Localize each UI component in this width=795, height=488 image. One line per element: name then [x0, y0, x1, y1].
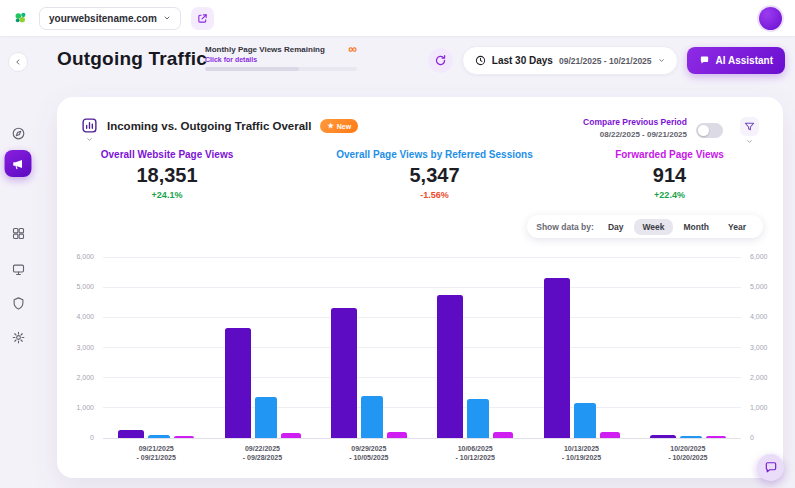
stat-label: Overall Website Page Views — [62, 149, 272, 160]
y-axis-tick-left: 4,000 — [76, 313, 94, 320]
support-chat-button[interactable] — [757, 454, 784, 481]
traffic-overview-card: Incoming vs. Outgoing Traffic Overall ★ … — [57, 97, 783, 478]
stat-label: Overall Page Views by Referred Sessions — [312, 149, 557, 160]
bar-referred — [148, 435, 170, 438]
page-title: Outgoing Traffic — [57, 48, 207, 70]
bar-website — [544, 278, 570, 438]
show-by-option-week[interactable]: Week — [634, 219, 672, 235]
sidebar-item-dashboard[interactable] — [6, 121, 30, 145]
compare-dates: 08/22/2025 - 09/21/2025 — [583, 130, 687, 139]
stat-label: Forwarded Page Views — [562, 149, 777, 160]
card-header: Incoming vs. Outgoing Traffic Overall ★ … — [81, 117, 358, 143]
y-axis-tick-right: 5,000 — [750, 283, 768, 290]
external-link-icon — [197, 13, 208, 24]
y-axis-tick-left: 6,000 — [76, 253, 94, 260]
show-by-option-day[interactable]: Day — [600, 219, 632, 235]
date-range-selector[interactable]: Last 30 Days 09/21/2025 - 10/21/2025 — [462, 46, 678, 75]
chat-icon — [699, 55, 710, 66]
gear-icon — [11, 330, 26, 345]
sidebar — [0, 36, 36, 488]
bar-website — [225, 328, 251, 438]
show-by-option-year[interactable]: Year — [720, 219, 754, 235]
app-logo — [13, 10, 29, 26]
grid-icon — [11, 226, 26, 241]
funnel-icon — [744, 121, 755, 132]
chat-icon — [764, 461, 778, 475]
x-axis-tick: 10/06/2025- 10/12/2025 — [422, 444, 528, 462]
avatar[interactable] — [759, 7, 782, 30]
sidebar-item-integrations[interactable] — [6, 221, 30, 245]
chevron-down-icon — [163, 14, 171, 22]
domain-selector-value: yourwebsitename.com — [49, 13, 157, 24]
y-axis-tick-right: 6,000 — [750, 253, 768, 260]
y-axis-tick-left: 1,000 — [76, 404, 94, 411]
monitor-icon — [11, 262, 26, 277]
gridline — [103, 377, 741, 378]
compare-toggle[interactable] — [696, 123, 723, 138]
gridline — [103, 407, 741, 408]
compare-previous-period: Compare Previous Period 08/22/2025 - 09/… — [583, 117, 687, 139]
chevron-down-icon — [746, 138, 753, 145]
y-axis-tick-right: 1,000 — [750, 404, 768, 411]
compass-icon — [11, 126, 26, 141]
ai-assistant-button[interactable]: AI Assistant — [687, 47, 785, 74]
y-axis-tick-right: 3,000 — [750, 344, 768, 351]
show-data-by-bar: Show data by: Day Week Month Year — [527, 215, 763, 238]
range-preset: Last 30 Days — [492, 55, 553, 66]
refresh-icon — [434, 54, 447, 67]
open-site-button[interactable] — [191, 7, 214, 30]
sidebar-item-traffic[interactable] — [5, 150, 32, 177]
x-axis-tick: 09/21/2025- 09/21/2025 — [103, 444, 209, 462]
sidebar-item-devices[interactable] — [6, 257, 30, 281]
bar-referred — [680, 436, 702, 438]
sidebar-item-security[interactable] — [6, 291, 30, 315]
new-badge-label: New — [337, 123, 351, 130]
bar-chart-icon — [81, 117, 98, 134]
stat-value: 18,351 — [62, 164, 272, 187]
stat-delta: +22.4% — [562, 190, 777, 200]
gridline — [103, 317, 741, 318]
domain-selector[interactable]: yourwebsitename.com — [39, 7, 181, 30]
quota-progress-track — [205, 67, 357, 71]
stat-delta: -1.56% — [312, 190, 557, 200]
new-badge: ★ New — [320, 119, 358, 133]
bar-forwarded — [281, 433, 301, 438]
quota-details-link[interactable]: Click for details — [205, 56, 357, 63]
x-axis-tick: 09/29/2025- 10/05/2025 — [316, 444, 422, 462]
megaphone-icon — [11, 157, 25, 171]
filter-control[interactable] — [740, 117, 759, 145]
stat-referred-page-views: Overall Page Views by Referred Sessions … — [312, 149, 557, 200]
y-axis-tick-left: 2,000 — [76, 374, 94, 381]
stat-website-page-views: Overall Website Page Views 18,351 +24.1% — [62, 149, 272, 200]
panel-icon-group[interactable] — [81, 117, 98, 143]
x-axis-tick: 10/13/2025- 10/19/2025 — [528, 444, 634, 462]
topbar: yourwebsitename.com — [0, 0, 795, 36]
bar-forwarded — [387, 432, 407, 438]
bar-website — [437, 295, 463, 438]
refresh-button[interactable] — [428, 48, 453, 73]
bar-referred — [467, 399, 489, 438]
quota-widget: Monthly Page Views Remaining ∞ Click for… — [205, 45, 357, 71]
gridline — [103, 438, 741, 439]
sparkle-icon: ★ — [327, 122, 333, 130]
show-by-option-month[interactable]: Month — [676, 219, 718, 235]
bar-forwarded — [600, 432, 620, 438]
sidebar-item-settings[interactable] — [6, 325, 30, 349]
bar-forwarded — [174, 436, 194, 438]
infinity-icon: ∞ — [348, 45, 357, 54]
bar-referred — [574, 403, 596, 438]
sidebar-collapse-button[interactable] — [8, 52, 28, 72]
x-axis-tick: 10/20/2025- 10/20/2025 — [635, 444, 741, 462]
range-dates: 09/21/2025 - 10/21/2025 — [559, 56, 652, 66]
bar-referred — [361, 396, 383, 438]
ai-assistant-label: AI Assistant — [716, 55, 773, 66]
filter-button[interactable] — [740, 117, 759, 136]
stat-value: 914 — [562, 164, 777, 187]
chevron-down-icon — [86, 136, 93, 143]
stat-forwarded-page-views: Forwarded Page Views 914 +22.4% — [562, 149, 777, 200]
quota-progress-fill — [205, 67, 299, 71]
gridline — [103, 257, 741, 258]
bar-website — [118, 430, 144, 438]
quota-label: Monthly Page Views Remaining — [205, 45, 325, 54]
stat-delta: +24.1% — [62, 190, 272, 200]
